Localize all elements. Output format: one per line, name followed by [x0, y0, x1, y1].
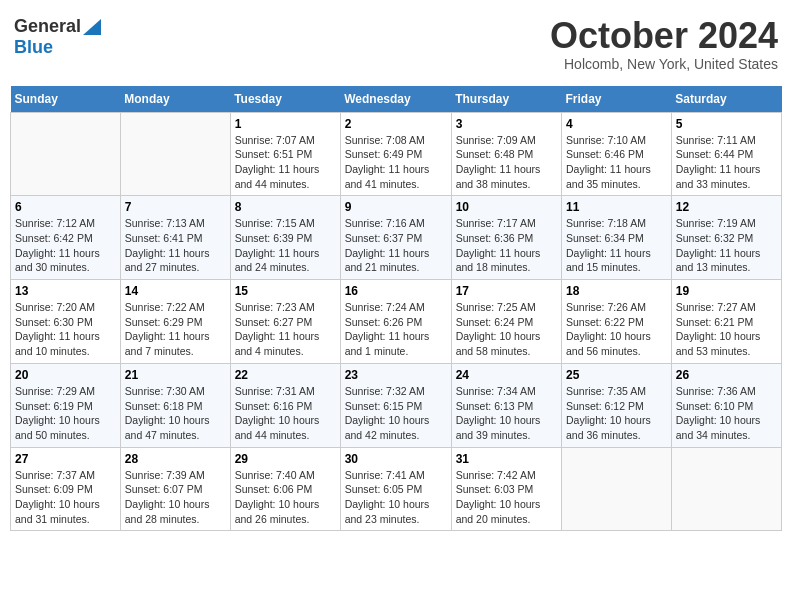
calendar-cell: 8Sunrise: 7:15 AMSunset: 6:39 PMDaylight…	[230, 196, 340, 280]
day-number: 18	[566, 284, 667, 298]
page-header: General Blue October 2024 Holcomb, New Y…	[10, 10, 782, 78]
calendar-cell	[120, 112, 230, 196]
cell-details: Sunrise: 7:18 AMSunset: 6:34 PMDaylight:…	[566, 216, 667, 275]
day-number: 20	[15, 368, 116, 382]
week-row-1: 1Sunrise: 7:07 AMSunset: 6:51 PMDaylight…	[11, 112, 782, 196]
header-wednesday: Wednesday	[340, 86, 451, 113]
calendar-cell: 26Sunrise: 7:36 AMSunset: 6:10 PMDayligh…	[671, 363, 781, 447]
header-saturday: Saturday	[671, 86, 781, 113]
cell-details: Sunrise: 7:07 AMSunset: 6:51 PMDaylight:…	[235, 133, 336, 192]
calendar-cell: 22Sunrise: 7:31 AMSunset: 6:16 PMDayligh…	[230, 363, 340, 447]
header-tuesday: Tuesday	[230, 86, 340, 113]
week-row-5: 27Sunrise: 7:37 AMSunset: 6:09 PMDayligh…	[11, 447, 782, 531]
day-number: 12	[676, 200, 777, 214]
day-number: 6	[15, 200, 116, 214]
day-number: 8	[235, 200, 336, 214]
week-row-2: 6Sunrise: 7:12 AMSunset: 6:42 PMDaylight…	[11, 196, 782, 280]
calendar-cell: 24Sunrise: 7:34 AMSunset: 6:13 PMDayligh…	[451, 363, 561, 447]
calendar-cell: 12Sunrise: 7:19 AMSunset: 6:32 PMDayligh…	[671, 196, 781, 280]
day-number: 17	[456, 284, 557, 298]
cell-details: Sunrise: 7:12 AMSunset: 6:42 PMDaylight:…	[15, 216, 116, 275]
calendar-cell: 4Sunrise: 7:10 AMSunset: 6:46 PMDaylight…	[562, 112, 672, 196]
calendar-cell: 31Sunrise: 7:42 AMSunset: 6:03 PMDayligh…	[451, 447, 561, 531]
calendar-cell	[562, 447, 672, 531]
day-number: 19	[676, 284, 777, 298]
cell-details: Sunrise: 7:36 AMSunset: 6:10 PMDaylight:…	[676, 384, 777, 443]
cell-details: Sunrise: 7:40 AMSunset: 6:06 PMDaylight:…	[235, 468, 336, 527]
day-number: 26	[676, 368, 777, 382]
day-number: 5	[676, 117, 777, 131]
day-number: 1	[235, 117, 336, 131]
calendar-cell: 6Sunrise: 7:12 AMSunset: 6:42 PMDaylight…	[11, 196, 121, 280]
calendar-cell: 7Sunrise: 7:13 AMSunset: 6:41 PMDaylight…	[120, 196, 230, 280]
day-number: 28	[125, 452, 226, 466]
calendar-header-row: SundayMondayTuesdayWednesdayThursdayFrid…	[11, 86, 782, 113]
title-block: October 2024 Holcomb, New York, United S…	[550, 16, 778, 72]
cell-details: Sunrise: 7:13 AMSunset: 6:41 PMDaylight:…	[125, 216, 226, 275]
cell-details: Sunrise: 7:17 AMSunset: 6:36 PMDaylight:…	[456, 216, 557, 275]
calendar-cell: 28Sunrise: 7:39 AMSunset: 6:07 PMDayligh…	[120, 447, 230, 531]
cell-details: Sunrise: 7:16 AMSunset: 6:37 PMDaylight:…	[345, 216, 447, 275]
calendar-cell: 5Sunrise: 7:11 AMSunset: 6:44 PMDaylight…	[671, 112, 781, 196]
day-number: 2	[345, 117, 447, 131]
day-number: 13	[15, 284, 116, 298]
calendar-cell: 30Sunrise: 7:41 AMSunset: 6:05 PMDayligh…	[340, 447, 451, 531]
cell-details: Sunrise: 7:39 AMSunset: 6:07 PMDaylight:…	[125, 468, 226, 527]
cell-details: Sunrise: 7:11 AMSunset: 6:44 PMDaylight:…	[676, 133, 777, 192]
calendar-cell: 15Sunrise: 7:23 AMSunset: 6:27 PMDayligh…	[230, 280, 340, 364]
calendar-location: Holcomb, New York, United States	[550, 56, 778, 72]
cell-details: Sunrise: 7:42 AMSunset: 6:03 PMDaylight:…	[456, 468, 557, 527]
logo-icon	[83, 19, 101, 35]
calendar-cell: 9Sunrise: 7:16 AMSunset: 6:37 PMDaylight…	[340, 196, 451, 280]
day-number: 21	[125, 368, 226, 382]
cell-details: Sunrise: 7:30 AMSunset: 6:18 PMDaylight:…	[125, 384, 226, 443]
calendar-cell: 13Sunrise: 7:20 AMSunset: 6:30 PMDayligh…	[11, 280, 121, 364]
logo-blue-text: Blue	[14, 37, 53, 58]
cell-details: Sunrise: 7:08 AMSunset: 6:49 PMDaylight:…	[345, 133, 447, 192]
calendar-cell: 29Sunrise: 7:40 AMSunset: 6:06 PMDayligh…	[230, 447, 340, 531]
cell-details: Sunrise: 7:15 AMSunset: 6:39 PMDaylight:…	[235, 216, 336, 275]
day-number: 30	[345, 452, 447, 466]
day-number: 7	[125, 200, 226, 214]
calendar-cell: 1Sunrise: 7:07 AMSunset: 6:51 PMDaylight…	[230, 112, 340, 196]
day-number: 15	[235, 284, 336, 298]
calendar-cell: 16Sunrise: 7:24 AMSunset: 6:26 PMDayligh…	[340, 280, 451, 364]
day-number: 11	[566, 200, 667, 214]
day-number: 25	[566, 368, 667, 382]
calendar-cell: 14Sunrise: 7:22 AMSunset: 6:29 PMDayligh…	[120, 280, 230, 364]
calendar-cell: 27Sunrise: 7:37 AMSunset: 6:09 PMDayligh…	[11, 447, 121, 531]
day-number: 29	[235, 452, 336, 466]
cell-details: Sunrise: 7:34 AMSunset: 6:13 PMDaylight:…	[456, 384, 557, 443]
day-number: 24	[456, 368, 557, 382]
cell-details: Sunrise: 7:35 AMSunset: 6:12 PMDaylight:…	[566, 384, 667, 443]
week-row-3: 13Sunrise: 7:20 AMSunset: 6:30 PMDayligh…	[11, 280, 782, 364]
day-number: 22	[235, 368, 336, 382]
cell-details: Sunrise: 7:22 AMSunset: 6:29 PMDaylight:…	[125, 300, 226, 359]
calendar-cell	[671, 447, 781, 531]
cell-details: Sunrise: 7:09 AMSunset: 6:48 PMDaylight:…	[456, 133, 557, 192]
calendar-cell: 25Sunrise: 7:35 AMSunset: 6:12 PMDayligh…	[562, 363, 672, 447]
day-number: 16	[345, 284, 447, 298]
day-number: 10	[456, 200, 557, 214]
day-number: 23	[345, 368, 447, 382]
cell-details: Sunrise: 7:31 AMSunset: 6:16 PMDaylight:…	[235, 384, 336, 443]
calendar-cell: 2Sunrise: 7:08 AMSunset: 6:49 PMDaylight…	[340, 112, 451, 196]
calendar-cell: 17Sunrise: 7:25 AMSunset: 6:24 PMDayligh…	[451, 280, 561, 364]
day-number: 3	[456, 117, 557, 131]
week-row-4: 20Sunrise: 7:29 AMSunset: 6:19 PMDayligh…	[11, 363, 782, 447]
cell-details: Sunrise: 7:37 AMSunset: 6:09 PMDaylight:…	[15, 468, 116, 527]
calendar-cell: 20Sunrise: 7:29 AMSunset: 6:19 PMDayligh…	[11, 363, 121, 447]
calendar-title: October 2024	[550, 16, 778, 56]
cell-details: Sunrise: 7:10 AMSunset: 6:46 PMDaylight:…	[566, 133, 667, 192]
cell-details: Sunrise: 7:20 AMSunset: 6:30 PMDaylight:…	[15, 300, 116, 359]
svg-marker-0	[83, 19, 101, 35]
day-number: 14	[125, 284, 226, 298]
cell-details: Sunrise: 7:32 AMSunset: 6:15 PMDaylight:…	[345, 384, 447, 443]
calendar-cell: 21Sunrise: 7:30 AMSunset: 6:18 PMDayligh…	[120, 363, 230, 447]
header-thursday: Thursday	[451, 86, 561, 113]
logo-general-text: General	[14, 16, 81, 37]
day-number: 27	[15, 452, 116, 466]
calendar-cell: 18Sunrise: 7:26 AMSunset: 6:22 PMDayligh…	[562, 280, 672, 364]
day-number: 4	[566, 117, 667, 131]
calendar-cell: 23Sunrise: 7:32 AMSunset: 6:15 PMDayligh…	[340, 363, 451, 447]
